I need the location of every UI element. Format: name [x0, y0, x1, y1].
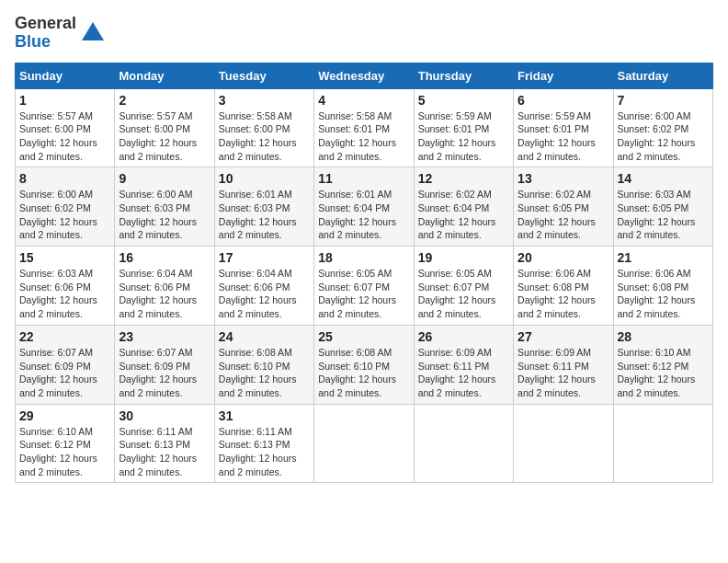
day-info: Sunrise: 6:06 AMSunset: 6:08 PMDaylight:…	[518, 267, 609, 321]
day-number: 20	[518, 250, 609, 265]
day-info: Sunrise: 6:05 AMSunset: 6:07 PMDaylight:…	[318, 267, 409, 321]
day-info: Sunrise: 5:57 AMSunset: 6:00 PMDaylight:…	[119, 109, 210, 164]
day-info: Sunrise: 6:08 AMSunset: 6:10 PMDaylight:…	[219, 346, 310, 400]
day-number: 16	[119, 250, 210, 265]
day-info: Sunrise: 5:59 AMSunset: 6:01 PMDaylight:…	[418, 109, 509, 164]
day-info: Sunrise: 6:03 AMSunset: 6:05 PMDaylight:…	[618, 188, 709, 242]
day-26: 26Sunrise: 6:09 AMSunset: 6:11 PMDayligh…	[414, 325, 513, 404]
calendar-week-1: 1Sunrise: 5:57 AMSunset: 6:00 PMDaylight…	[16, 88, 713, 167]
day-info: Sunrise: 6:00 AMSunset: 6:02 PMDaylight:…	[19, 188, 110, 242]
day-number: 19	[418, 250, 509, 265]
calendar-week-4: 22Sunrise: 6:07 AMSunset: 6:09 PMDayligh…	[16, 325, 713, 404]
day-10: 10Sunrise: 6:01 AMSunset: 6:03 PMDayligh…	[214, 167, 313, 247]
day-1: 1Sunrise: 5:57 AMSunset: 6:00 PMDaylight…	[16, 88, 115, 167]
day-info: Sunrise: 6:07 AMSunset: 6:09 PMDaylight:…	[19, 346, 110, 400]
day-number: 8	[19, 171, 110, 186]
day-info: Sunrise: 6:07 AMSunset: 6:09 PMDaylight:…	[119, 346, 210, 400]
day-number: 17	[219, 250, 310, 265]
day-24: 24Sunrise: 6:08 AMSunset: 6:10 PMDayligh…	[214, 325, 313, 404]
empty-cell	[414, 404, 513, 483]
day-20: 20Sunrise: 6:06 AMSunset: 6:08 PMDayligh…	[514, 247, 613, 326]
day-number: 23	[119, 329, 210, 344]
day-info: Sunrise: 5:59 AMSunset: 6:01 PMDaylight:…	[518, 109, 609, 164]
day-31: 31Sunrise: 6:11 AMSunset: 6:13 PMDayligh…	[214, 404, 313, 483]
day-info: Sunrise: 6:03 AMSunset: 6:06 PMDaylight:…	[19, 267, 110, 321]
day-number: 10	[219, 171, 310, 186]
day-number: 18	[318, 250, 409, 265]
day-28: 28Sunrise: 6:10 AMSunset: 6:12 PMDayligh…	[613, 325, 712, 404]
day-info: Sunrise: 6:04 AMSunset: 6:06 PMDaylight:…	[219, 267, 310, 321]
calendar-table: SundayMondayTuesdayWednesdayThursdayFrid…	[15, 63, 713, 484]
day-number: 11	[318, 171, 409, 186]
day-13: 13Sunrise: 6:02 AMSunset: 6:05 PMDayligh…	[514, 167, 613, 247]
empty-cell	[314, 404, 414, 483]
day-info: Sunrise: 6:10 AMSunset: 6:12 PMDaylight:…	[618, 346, 709, 400]
day-12: 12Sunrise: 6:02 AMSunset: 6:04 PMDayligh…	[414, 167, 513, 247]
day-8: 8Sunrise: 6:00 AMSunset: 6:02 PMDaylight…	[16, 167, 115, 247]
day-6: 6Sunrise: 5:59 AMSunset: 6:01 PMDaylight…	[514, 88, 613, 167]
day-number: 26	[418, 329, 509, 344]
day-number: 25	[318, 329, 409, 344]
day-info: Sunrise: 6:01 AMSunset: 6:03 PMDaylight:…	[219, 188, 310, 242]
day-16: 16Sunrise: 6:04 AMSunset: 6:06 PMDayligh…	[115, 247, 214, 326]
day-info: Sunrise: 6:11 AMSunset: 6:13 PMDaylight:…	[119, 425, 210, 479]
day-number: 12	[418, 171, 509, 186]
day-number: 2	[119, 93, 210, 108]
day-number: 6	[518, 93, 609, 108]
day-30: 30Sunrise: 6:11 AMSunset: 6:13 PMDayligh…	[115, 404, 214, 483]
calendar-week-3: 15Sunrise: 6:03 AMSunset: 6:06 PMDayligh…	[16, 247, 713, 326]
day-7: 7Sunrise: 6:00 AMSunset: 6:02 PMDaylight…	[613, 88, 712, 167]
day-info: Sunrise: 5:58 AMSunset: 6:01 PMDaylight:…	[318, 109, 409, 164]
header: General Blue	[15, 15, 713, 52]
day-15: 15Sunrise: 6:03 AMSunset: 6:06 PMDayligh…	[16, 247, 115, 326]
day-info: Sunrise: 6:11 AMSunset: 6:13 PMDaylight:…	[219, 425, 310, 479]
day-number: 4	[318, 93, 409, 108]
day-number: 13	[518, 171, 609, 186]
day-2: 2Sunrise: 5:57 AMSunset: 6:00 PMDaylight…	[115, 88, 214, 167]
calendar-week-2: 8Sunrise: 6:00 AMSunset: 6:02 PMDaylight…	[16, 167, 713, 247]
day-29: 29Sunrise: 6:10 AMSunset: 6:12 PMDayligh…	[16, 404, 115, 483]
day-number: 24	[219, 329, 310, 344]
column-header-wednesday: Wednesday	[314, 63, 414, 88]
day-18: 18Sunrise: 6:05 AMSunset: 6:07 PMDayligh…	[314, 247, 414, 326]
column-header-tuesday: Tuesday	[214, 63, 313, 88]
day-number: 31	[219, 408, 310, 423]
logo-icon	[80, 20, 106, 46]
day-9: 9Sunrise: 6:00 AMSunset: 6:03 PMDaylight…	[115, 167, 214, 247]
day-21: 21Sunrise: 6:06 AMSunset: 6:08 PMDayligh…	[613, 247, 712, 326]
day-3: 3Sunrise: 5:58 AMSunset: 6:00 PMDaylight…	[214, 88, 313, 167]
day-info: Sunrise: 6:09 AMSunset: 6:11 PMDaylight:…	[418, 346, 509, 400]
day-number: 5	[418, 93, 509, 108]
day-number: 22	[19, 329, 110, 344]
calendar-header-row: SundayMondayTuesdayWednesdayThursdayFrid…	[16, 63, 713, 88]
day-27: 27Sunrise: 6:09 AMSunset: 6:11 PMDayligh…	[514, 325, 613, 404]
day-info: Sunrise: 5:58 AMSunset: 6:00 PMDaylight:…	[219, 109, 310, 164]
calendar-week-5: 29Sunrise: 6:10 AMSunset: 6:12 PMDayligh…	[16, 404, 713, 483]
calendar-body: 1Sunrise: 5:57 AMSunset: 6:00 PMDaylight…	[16, 88, 713, 483]
day-info: Sunrise: 6:01 AMSunset: 6:04 PMDaylight:…	[318, 188, 409, 242]
empty-cell	[613, 404, 712, 483]
day-number: 3	[219, 93, 310, 108]
column-header-sunday: Sunday	[16, 63, 115, 88]
day-info: Sunrise: 6:02 AMSunset: 6:05 PMDaylight:…	[518, 188, 609, 242]
day-info: Sunrise: 6:05 AMSunset: 6:07 PMDaylight:…	[418, 267, 509, 321]
day-number: 28	[618, 329, 709, 344]
day-info: Sunrise: 6:08 AMSunset: 6:10 PMDaylight:…	[318, 346, 409, 400]
day-4: 4Sunrise: 5:58 AMSunset: 6:01 PMDaylight…	[314, 88, 414, 167]
day-number: 1	[19, 93, 110, 108]
logo-blue: Blue	[15, 33, 76, 52]
day-number: 27	[518, 329, 609, 344]
day-14: 14Sunrise: 6:03 AMSunset: 6:05 PMDayligh…	[613, 167, 712, 247]
day-number: 29	[19, 408, 110, 423]
day-19: 19Sunrise: 6:05 AMSunset: 6:07 PMDayligh…	[414, 247, 513, 326]
column-header-saturday: Saturday	[613, 63, 712, 88]
column-header-monday: Monday	[115, 63, 214, 88]
day-number: 21	[618, 250, 709, 265]
empty-cell	[514, 404, 613, 483]
column-header-friday: Friday	[514, 63, 613, 88]
day-info: Sunrise: 6:10 AMSunset: 6:12 PMDaylight:…	[19, 425, 110, 479]
day-5: 5Sunrise: 5:59 AMSunset: 6:01 PMDaylight…	[414, 88, 513, 167]
day-25: 25Sunrise: 6:08 AMSunset: 6:10 PMDayligh…	[314, 325, 414, 404]
logo: General Blue	[15, 15, 106, 52]
day-info: Sunrise: 6:06 AMSunset: 6:08 PMDaylight:…	[618, 267, 709, 321]
